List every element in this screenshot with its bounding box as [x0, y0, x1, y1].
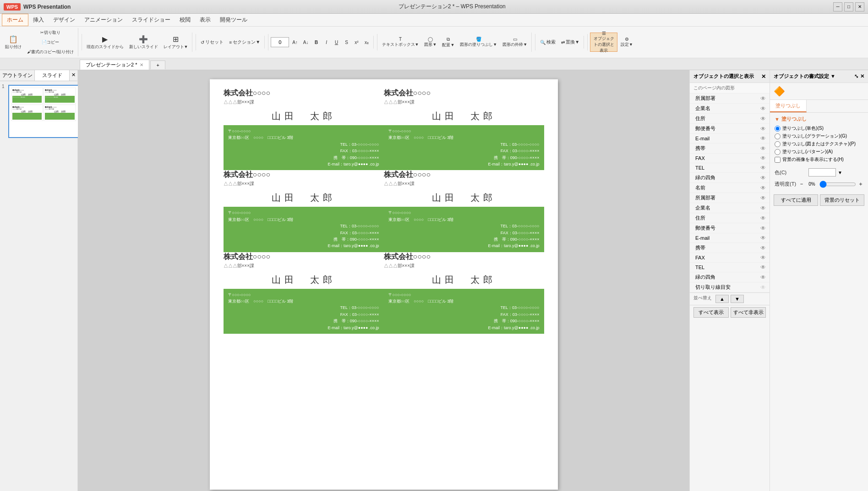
obj-item-fax2[interactable]: FAX 👁 — [690, 253, 770, 263]
card-3[interactable]: 株式会社○○○○ △△△部×××課 山田 太郎 〒○○○-○○○○ 東京都○○区… — [224, 170, 384, 252]
slide-thumbnail[interactable]: 株式会社○○○○ △△△部×××課 山田 太郎 〒○○○-○○○○ 東京都...… — [8, 85, 79, 138]
tab-new[interactable]: + — [150, 61, 165, 69]
eye-icon[interactable]: 👁 — [760, 264, 766, 270]
format-panel-close-icon[interactable]: ✕ — [860, 73, 864, 79]
obj-item-tel2[interactable]: TEL 👁 — [690, 263, 770, 272]
slide-tab[interactable]: スライド — [35, 70, 70, 81]
layout-button[interactable]: ⊞ レイアウト▼ — [161, 33, 191, 52]
underline-button[interactable]: U — [332, 36, 341, 49]
color-swatch[interactable] — [808, 168, 836, 177]
pattern-fill-radio[interactable]: 塗りつぶし(パターン)(A) — [775, 149, 863, 155]
eye-icon[interactable]: 👁 — [760, 95, 766, 102]
eye-icon[interactable]: 👁 — [760, 165, 766, 171]
obj-item-email1[interactable]: E-mail 👁 — [690, 134, 770, 143]
obj-item-address2[interactable]: 住所 👁 — [690, 213, 770, 223]
obj-item-green1[interactable]: 緑の四角 👁 — [690, 173, 770, 183]
bg-hide-checkbox[interactable]: 背景の画像を非表示にする(H) — [775, 156, 863, 163]
eye-icon[interactable]: 👁 — [760, 274, 766, 281]
italic-button[interactable]: I — [322, 36, 331, 49]
menu-view[interactable]: 表示 — [195, 14, 215, 26]
eye-icon[interactable]: 👁 — [760, 116, 766, 122]
obj-item-mobile1[interactable]: 携帯 👁 — [690, 143, 770, 154]
shape-button[interactable]: ◯ 図形▼ — [422, 33, 439, 52]
obj-item-address1[interactable]: 住所 👁 — [690, 114, 770, 124]
menu-home[interactable]: ホーム — [2, 14, 28, 26]
card-5[interactable]: 株式会社○○○○ △△△部×××課 山田 太郎 〒○○○-○○○○ 東京都○○区… — [224, 252, 384, 334]
paste-button[interactable]: 📋 貼り付け — [3, 33, 24, 52]
hide-all-button[interactable]: すべて非表示 — [731, 307, 766, 318]
obj-item-green2[interactable]: 緑の四角 👁 — [690, 272, 770, 282]
card-2[interactable]: 株式会社○○○○ △△△部×××課 山田 太郎 〒○○○-○○○○ 東京都○○区… — [384, 88, 544, 170]
eye-icon[interactable]: 👁 — [760, 225, 766, 232]
eye-icon[interactable]: 👁 — [760, 185, 766, 191]
strikethrough-button[interactable]: S — [342, 36, 351, 49]
color-dropdown-arrow[interactable]: ▼ — [838, 170, 842, 175]
obj-item-name1[interactable]: 名前 👁 — [690, 183, 770, 193]
show-all-button[interactable]: すべて表示 — [693, 307, 729, 318]
solid-fill-radio[interactable]: 塗りつぶし(単色)(S) — [775, 125, 863, 132]
copy-button[interactable]: 📄 コピー — [25, 38, 76, 47]
eye-icon[interactable]: 👁 — [760, 235, 766, 241]
obj-item-mobile2[interactable]: 携帯 👁 — [690, 243, 770, 253]
cut-button[interactable]: ✂ 切り取り — [25, 28, 76, 37]
obj-item-tel1[interactable]: TEL 👁 — [690, 163, 770, 173]
plus-icon[interactable]: ＋ — [858, 180, 863, 188]
obj-item-dept2[interactable]: 所属部署 👁 — [690, 193, 770, 203]
canvas-area[interactable]: 株式会社○○○○ △△△部×××課 山田 太郎 〒○○○-○○○○ 東京都○○区… — [78, 70, 689, 491]
format-panel-resize-icon[interactable]: ⤡ — [854, 73, 858, 79]
card-6[interactable]: 株式会社○○○○ △△△部×××課 山田 太郎 〒○○○-○○○○ 東京都○○区… — [384, 252, 544, 334]
bold-button[interactable]: B — [312, 36, 321, 49]
subscript-button[interactable]: x₂ — [362, 36, 371, 49]
eye-icon-cutline[interactable]: 👁 — [760, 284, 766, 291]
current-slide-button[interactable]: ▶ 現在のスライドから — [84, 33, 126, 52]
format-copy-button[interactable]: 🖌 書式のコピー/貼り付け — [25, 47, 76, 56]
minimize-button[interactable]: ─ — [833, 2, 842, 11]
arrange-button[interactable]: ⧉ 配置▼ — [440, 33, 457, 52]
obj-item-fax1[interactable]: FAX 👁 — [690, 154, 770, 163]
apply-all-button[interactable]: すべてに適用 — [774, 194, 818, 206]
font-increase-button[interactable]: A↑ — [290, 36, 300, 49]
obj-panel-close-icon[interactable]: ✕ — [761, 73, 766, 80]
eye-icon[interactable]: 👁 — [760, 205, 766, 211]
card-1[interactable]: 株式会社○○○○ △△△部×××課 山田 太郎 〒○○○-○○○○ 東京都○○区… — [224, 88, 384, 170]
new-slide-button[interactable]: ➕ 新しいスライド — [127, 33, 160, 52]
object-show-button[interactable]: ☰ オブジェクトの選択と表示 — [590, 33, 617, 52]
obj-item-company2[interactable]: 企業名 👁 — [690, 203, 770, 213]
eye-icon[interactable]: 👁 — [760, 105, 766, 112]
obj-item-zip1[interactable]: 郵便番号 👁 — [690, 124, 770, 134]
card-4[interactable]: 株式会社○○○○ △△△部×××課 山田 太郎 〒○○○-○○○○ 東京都○○区… — [384, 170, 544, 252]
eye-icon[interactable]: 👁 — [760, 245, 766, 251]
menu-animation[interactable]: アニメーション — [80, 14, 127, 26]
shape-fill-button[interactable]: 🪣 図形の塗りつぶし▼ — [458, 33, 499, 52]
sidebar-close-button[interactable]: ✕ — [70, 70, 77, 81]
bg-reset-button[interactable]: 背景のリセット — [820, 194, 864, 206]
menu-insert[interactable]: 挿入 — [28, 14, 49, 26]
menu-design[interactable]: デザイン — [49, 14, 80, 26]
eye-icon[interactable]: 👁 — [760, 195, 766, 201]
eye-icon[interactable]: 👁 — [760, 175, 766, 181]
menu-slideshow[interactable]: スライドショー — [127, 14, 175, 26]
eye-icon[interactable]: 👁 — [760, 254, 766, 261]
eye-icon[interactable]: 👁 — [760, 155, 766, 161]
section-button[interactable]: ≡ セクション▼ — [227, 36, 262, 49]
eye-icon[interactable]: 👁 — [760, 145, 766, 152]
search-button[interactable]: 🔍 検索 — [538, 36, 558, 49]
gradient-fill-radio[interactable]: 塗りつぶし(グラデーション)(G) — [775, 133, 863, 139]
settings-button[interactable]: ⚙ 設定▼ — [618, 33, 635, 52]
sort-up-button[interactable]: ▲ — [715, 295, 729, 303]
obj-item-company1[interactable]: 企業名 👁 — [690, 104, 770, 114]
texture-fill-radio[interactable]: 塗りつぶし(図またはテクスチャ)(P) — [775, 141, 863, 147]
font-size-input[interactable] — [271, 37, 289, 47]
obj-item-zip2[interactable]: 郵便番号 👁 — [690, 223, 770, 233]
tab-fill[interactable]: 塗りつぶし — [770, 100, 807, 112]
replace-button[interactable]: ⇄ 置換▼ — [559, 36, 582, 49]
eye-icon[interactable]: 👁 — [760, 126, 766, 132]
textbox-button[interactable]: T テキストボックス▼ — [380, 33, 421, 52]
minus-icon[interactable]: － — [799, 180, 804, 188]
outline-tab[interactable]: アウトライン — [0, 70, 35, 81]
obj-item-email2[interactable]: E-mail 👁 — [690, 233, 770, 243]
obj-item-dept1[interactable]: 所属部署 👁 — [690, 94, 770, 104]
sort-down-button[interactable]: ▼ — [731, 295, 744, 303]
tab-close-icon[interactable]: ✕ — [140, 62, 143, 67]
menu-dev[interactable]: 開発ツール — [215, 14, 252, 26]
